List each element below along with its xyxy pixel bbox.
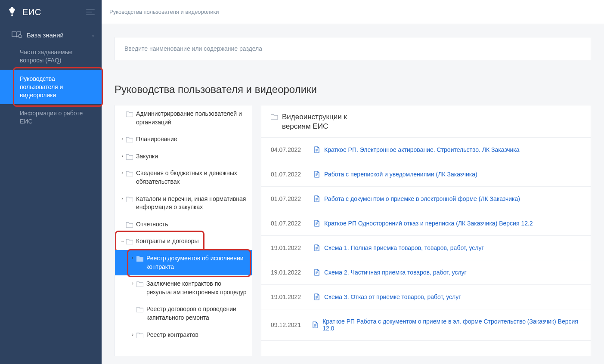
- folder-icon: [136, 281, 143, 287]
- chevron-right-icon[interactable]: ›: [118, 196, 126, 201]
- docs-panel-title: Видеоинструкции к версиям ЕИС: [282, 112, 364, 131]
- doc-date: 01.07.2022: [271, 171, 314, 178]
- tree-item-label: Заключение контрактов по результатам эле…: [146, 280, 248, 296]
- doc-row: 19.01.2022Схема 1. Полная приемка товаро…: [261, 236, 591, 260]
- kb-section-label: База знаний: [27, 31, 64, 39]
- tree-item-label: Отчетность: [136, 220, 168, 229]
- tree-item-label: Контракты и договоры: [136, 237, 198, 246]
- doc-link[interactable]: Схема 1. Полная приемка товаров, товаров…: [324, 244, 484, 251]
- doc-date: 01.07.2022: [271, 220, 314, 227]
- chevron-right-icon[interactable]: ›: [118, 136, 126, 141]
- tree-item[interactable]: ›Сведения о бюджетных и денежных обязате…: [115, 165, 252, 190]
- doc-row: 04.07.2022Краткое РП. Электронное актиро…: [261, 138, 591, 162]
- folder-icon: [126, 170, 133, 176]
- page-title: Руководства пользователя и видеоролики: [115, 83, 591, 96]
- doc-row: 01.07.2022Работа с документом о приемке …: [261, 187, 591, 211]
- doc-link[interactable]: Краткое РП. Электронное актирование. Стр…: [324, 146, 520, 153]
- search-input[interactable]: [115, 37, 591, 60]
- sidebar: ЕИС База знаний ⌄ Часто задаваемые вопро…: [0, 0, 102, 364]
- menu-toggle-icon[interactable]: [86, 7, 96, 17]
- docs-panel: Видеоинструкции к версиям ЕИС 04.07.2022…: [261, 105, 591, 356]
- eagle-logo-icon: [6, 6, 18, 18]
- tree-item[interactable]: ›Закупки: [115, 148, 252, 165]
- document-icon: [314, 171, 320, 178]
- tree-item[interactable]: Отчетность: [115, 216, 252, 233]
- doc-row: 19.01.2022Схема 3. Отказ от приемке това…: [261, 285, 591, 309]
- chevron-right-icon[interactable]: ›: [118, 153, 126, 158]
- doc-date: 04.07.2022: [271, 146, 314, 153]
- doc-date: 19.01.2022: [271, 244, 314, 251]
- folder-icon: [126, 238, 133, 244]
- document-icon: [314, 220, 320, 227]
- tree-item[interactable]: ›Планирование: [115, 131, 252, 148]
- tree-panel[interactable]: Администрирование пользователей и органи…: [115, 105, 252, 356]
- tree-item[interactable]: ›Реестр контрактов: [115, 327, 252, 344]
- document-icon: [314, 244, 320, 251]
- doc-row: 01.07.2022Работа с перепиской и уведомле…: [261, 162, 591, 187]
- document-icon: [314, 146, 320, 153]
- sidebar-item-faq[interactable]: Часто задаваемые вопросы (FAQ): [0, 43, 102, 70]
- tree-item-label: Реестр контрактов: [146, 331, 198, 339]
- tree-item-label: Сведения о бюджетных и денежных обязател…: [136, 169, 248, 186]
- folder-icon: [136, 332, 143, 338]
- tree-item[interactable]: ›Каталоги и перечни, иная нормативная ин…: [115, 191, 252, 216]
- doc-link[interactable]: Схема 3. Отказ от приемке товаров, работ…: [324, 293, 461, 300]
- doc-date: 01.07.2022: [271, 195, 314, 202]
- doc-row: 19.01.2022Схема 2. Частичная приемка тов…: [261, 260, 591, 285]
- chevron-right-icon[interactable]: ›: [129, 332, 136, 337]
- folder-icon: [136, 306, 143, 312]
- chevron-down-icon[interactable]: ⌄: [118, 238, 126, 244]
- book-icon: [11, 31, 22, 39]
- folder-icon: [126, 136, 133, 142]
- folder-icon: [126, 111, 133, 117]
- sidebar-header: ЕИС: [0, 0, 102, 24]
- tree-item[interactable]: Администрирование пользователей и органи…: [115, 105, 252, 131]
- chevron-right-icon[interactable]: ›: [129, 255, 136, 260]
- search-card: [115, 37, 591, 60]
- doc-link[interactable]: Краткое РП Односторонний отказ и перепис…: [324, 220, 533, 227]
- tree-item-label: Закупки: [136, 152, 158, 161]
- doc-link[interactable]: Краткое РП Работа с документом о приемке…: [322, 318, 581, 332]
- kb-section-header[interactable]: База знаний ⌄: [0, 27, 102, 43]
- chevron-right-icon[interactable]: ›: [118, 170, 126, 175]
- doc-row: 01.07.2022Краткое РП Односторонний отказ…: [261, 211, 591, 236]
- tree-item-label: Реестр договоров о проведении капитально…: [146, 305, 248, 322]
- sidebar-item-info[interactable]: Информация о работе ЕИС: [0, 104, 102, 131]
- doc-link[interactable]: Работа с документом о приемке в электрон…: [324, 195, 520, 202]
- document-icon: [312, 321, 318, 328]
- svg-point-0: [19, 34, 22, 37]
- breadcrumb: Руководства пользователя и видеоролики: [102, 0, 604, 24]
- doc-link[interactable]: Работа с перепиской и уведомлениями (ЛК …: [324, 171, 477, 178]
- tree-item[interactable]: ›Реестр документов об исполнении контрак…: [115, 250, 252, 275]
- tree-item[interactable]: ›Заключение контрактов по результатам эл…: [115, 275, 252, 301]
- folder-icon: [126, 222, 133, 228]
- sidebar-item-manuals[interactable]: Руководства пользователя и видеоролики: [0, 70, 102, 105]
- folder-icon: [271, 114, 278, 120]
- main-area: Руководства пользователя и видеоролики Р…: [102, 0, 604, 364]
- doc-date: 19.01.2022: [271, 269, 314, 276]
- brand-label: ЕИС: [22, 7, 41, 17]
- chevron-down-icon: ⌄: [91, 33, 95, 37]
- tree-item-label: Реестр документов об исполнении контракт…: [146, 254, 248, 271]
- doc-date: 09.12.2021: [271, 321, 312, 328]
- tree-item[interactable]: ⌄Контракты и договоры: [115, 233, 252, 250]
- tree-item-label: Администрирование пользователей и органи…: [136, 110, 248, 126]
- doc-row: 09.12.2021Краткое РП Работа с документом…: [261, 309, 591, 341]
- folder-icon: [136, 256, 143, 262]
- document-icon: [314, 293, 320, 300]
- doc-link[interactable]: Схема 2. Частичная приемка товаров, рабо…: [324, 269, 467, 276]
- document-icon: [314, 269, 320, 276]
- folder-icon: [126, 196, 133, 202]
- tree-item[interactable]: Реестр договоров о проведении капитально…: [115, 301, 252, 326]
- chevron-right-icon[interactable]: ›: [129, 281, 136, 286]
- document-icon: [314, 195, 320, 202]
- docs-panel-header: Видеоинструкции к версиям ЕИС: [261, 105, 591, 138]
- doc-date: 19.01.2022: [271, 293, 314, 300]
- breadcrumb-text: Руководства пользователя и видеоролики: [109, 9, 219, 15]
- folder-icon: [126, 154, 133, 160]
- tree-item-label: Каталоги и перечни, иная нормативная инф…: [136, 195, 248, 212]
- sidebar-item-label: Руководства пользователя и видеоролики: [20, 75, 63, 99]
- tree-item-label: Планирование: [136, 135, 177, 144]
